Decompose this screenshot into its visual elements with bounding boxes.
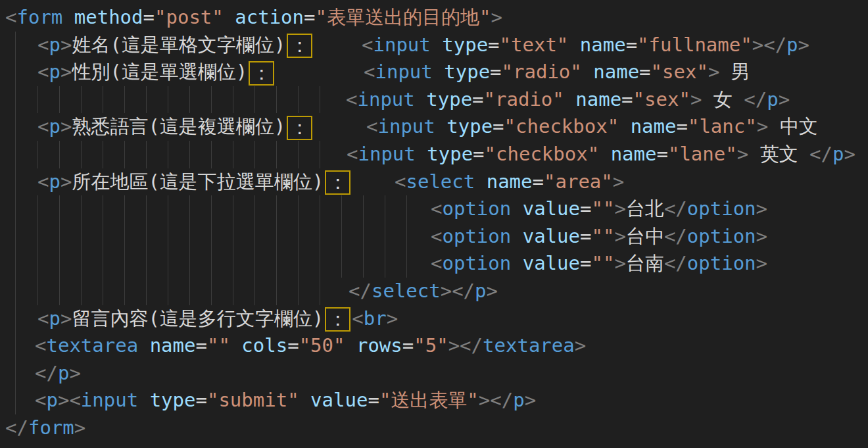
code-line[interactable]: <input type="checkbox" name="lane"> 英文 <… — [0, 141, 868, 168]
indent-guide — [276, 250, 277, 278]
text-token: 中文 — [768, 115, 817, 137]
indent-guide — [81, 141, 82, 168]
code-segment: <p>留言內容(這是多行文字欄位)：<br> — [37, 305, 398, 333]
indent-guide — [254, 86, 255, 114]
code-line[interactable]: </p> — [0, 360, 868, 387]
indent-guide — [103, 223, 103, 251]
text-token: 台中 — [626, 225, 664, 247]
tag-token: form — [28, 416, 74, 439]
punctuation-token: > — [737, 143, 748, 165]
attribute-token: action — [235, 6, 304, 28]
tag-token: input — [375, 61, 432, 83]
code-line[interactable]: <p>姓名(這是單格文字欄位)：<input type="text" name=… — [0, 32, 868, 59]
indent-guide — [37, 141, 38, 168]
tag-token: option — [442, 252, 511, 274]
text-token: 女 — [702, 88, 744, 111]
operator-token: = — [533, 170, 544, 193]
operator-token: = — [473, 143, 484, 165]
indent-guide — [254, 278, 255, 305]
punctuation-token: > — [756, 252, 767, 274]
code-line[interactable]: <p><input type="submit" value="送出表單"></p… — [0, 387, 868, 414]
code-line[interactable]: <p>留言內容(這是多行文字欄位)：<br> — [0, 305, 868, 333]
code-segment: <p>姓名(這是單格文字欄位)： — [37, 32, 314, 59]
attribute-token: type — [427, 143, 473, 165]
indent-guide — [168, 195, 168, 223]
text-token — [475, 170, 486, 193]
punctuation-token: > — [387, 307, 398, 330]
code-segment: <textarea name="" cols="50" rows="5"></t… — [35, 332, 586, 360]
string-token: "5" — [414, 334, 448, 357]
tag-token: p — [49, 170, 60, 193]
text-token — [511, 197, 522, 220]
code-segment: <option value="">台中</option> — [431, 223, 767, 251]
code-line[interactable]: <option value="">台中</option> — [0, 223, 868, 251]
indent-guide — [189, 223, 190, 251]
indent-guide — [81, 86, 82, 114]
indent-guide — [385, 223, 385, 251]
attribute-token: cols — [241, 334, 287, 357]
code-line[interactable]: <p>所在地區(這是下拉選單欄位)：<select name="area"> — [0, 168, 868, 196]
punctuation-token: </ — [664, 197, 687, 220]
text-token — [415, 88, 426, 111]
text-token — [564, 88, 575, 111]
string-token: "sex" — [651, 61, 708, 83]
tag-token: p — [46, 389, 57, 411]
attribute-token: value — [523, 225, 580, 247]
attribute-token: value — [310, 389, 368, 411]
indent-guide — [233, 250, 233, 278]
text-token — [431, 34, 442, 56]
tag-token: br — [364, 307, 387, 330]
string-token: "sex" — [633, 88, 690, 111]
code-segment: <input type="radio" name="sex"> 女 </p> — [346, 86, 790, 114]
operator-token: = — [402, 334, 414, 357]
code-line[interactable]: </form> — [0, 414, 868, 442]
tag-token: option — [687, 252, 756, 274]
text-token: 留言內容(這是多行文字欄位) — [72, 307, 324, 330]
text-token: 英文 — [748, 143, 809, 165]
indent-guide — [124, 250, 125, 278]
attribute-token: value — [523, 197, 580, 220]
tag-token: p — [58, 362, 69, 384]
attribute-token: type — [442, 34, 488, 56]
code-line[interactable]: <p>性別(這是單選欄位)：<input type="radio" name="… — [0, 59, 868, 86]
code-line[interactable]: <form method="post" action="表單送出的目的地"> — [0, 4, 868, 32]
code-line[interactable]: <textarea name="" cols="50" rows="5"></t… — [0, 332, 868, 360]
text-token — [619, 115, 630, 137]
indent-guide — [298, 86, 299, 114]
punctuation-token: </ — [5, 416, 28, 439]
attribute-token: name — [611, 143, 657, 165]
punctuation-token: < — [37, 34, 49, 56]
indent-guide — [37, 278, 38, 305]
code-editor[interactable]: <form method="post" action="表單送出的目的地"><p… — [0, 0, 868, 448]
code-line[interactable]: <input type="radio" name="sex"> 女 </p> — [0, 86, 868, 114]
indent-guide — [320, 223, 320, 251]
punctuation-token: > — [491, 6, 502, 28]
code-line[interactable]: </select></p> — [0, 278, 868, 305]
attribute-token: name — [580, 34, 626, 56]
code-segment: <input type="checkbox" name="lanc"> 中文 — [366, 113, 818, 141]
indent-guide — [211, 141, 212, 168]
operator-token: = — [368, 389, 379, 411]
punctuation-token: > — [487, 280, 498, 302]
indent-guide — [211, 278, 212, 305]
code-segment: </form> — [5, 414, 85, 442]
tag-token: option — [442, 225, 511, 247]
tag-token: form — [16, 6, 62, 28]
unicode-highlight-box: ： — [325, 307, 350, 332]
string-token: "送出表單" — [379, 389, 479, 411]
text-token: 姓名(這是單格文字欄位) — [72, 34, 285, 56]
code-line[interactable]: <option value="">台北</option> — [0, 195, 868, 223]
punctuation-token: ></ — [479, 389, 513, 411]
indent-guide — [124, 223, 125, 251]
text-token — [435, 115, 446, 137]
indent-guide — [254, 250, 255, 278]
string-token: "area" — [544, 170, 613, 193]
tag-token: option — [687, 225, 756, 247]
indent-guide — [211, 86, 212, 114]
code-segment: </p> — [35, 360, 81, 387]
indent-guide — [81, 195, 82, 223]
punctuation-token: < — [431, 225, 442, 247]
code-line[interactable]: <p>熟悉語言(這是複選欄位)：<input type="checkbox" n… — [0, 113, 868, 141]
punctuation-token: < — [395, 170, 406, 193]
code-line[interactable]: <option value="">台南</option> — [0, 250, 868, 278]
